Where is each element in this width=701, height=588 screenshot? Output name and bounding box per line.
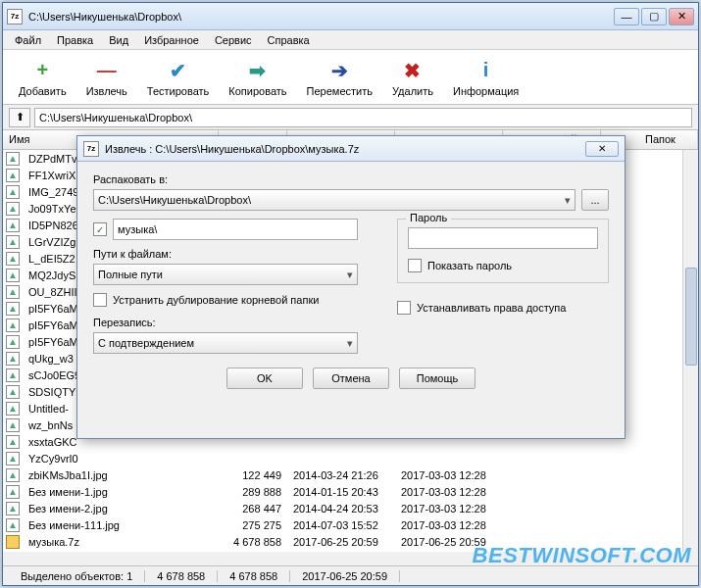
image-icon: ▲ [6,452,20,466]
file-name: Без имени-1.jpg [23,486,219,498]
menu-избранное[interactable]: Избранное [136,32,207,48]
tool-извлечь[interactable]: —Извлечь [78,56,135,99]
tool-удалить[interactable]: ✖Удалить [384,56,441,99]
minimize-button[interactable]: — [614,8,639,25]
dialog-close-button[interactable]: ✕ [585,141,619,157]
file-modified: 2014-07-03 15:52 [287,519,395,531]
file-created: 2017-03-03 12:28 [395,519,503,531]
image-icon: ▲ [6,235,20,249]
tool-icon: ➡ [245,58,271,83]
password-input[interactable] [408,227,598,249]
col-folder[interactable]: Папок [639,130,698,149]
tool-icon: i [474,58,499,83]
image-icon: ▲ [6,368,20,382]
tool-label: Добавить [19,85,67,97]
menu-вид[interactable]: Вид [101,32,136,48]
status-size2: 4 678 858 [218,570,290,582]
dedup-checkbox[interactable] [93,293,107,307]
paths-label: Пути к файлам: [93,248,358,260]
tool-icon: ✖ [400,58,426,83]
file-created: 2017-03-03 12:28 [395,503,503,514]
up-button[interactable]: ⬆ [9,108,30,127]
image-icon: ▲ [6,219,20,232]
password-label: Пароль [406,212,451,223]
menu-сервис[interactable]: Сервис [207,32,260,48]
image-icon: ▲ [6,502,20,515]
window-title: C:\Users\Никушенька\Dropbox\ [28,11,614,23]
tool-добавить[interactable]: +Добавить [11,56,75,99]
close-button[interactable]: ✕ [669,8,694,25]
tool-label: Переместить [307,85,373,97]
show-password-checkbox[interactable] [408,259,422,272]
file-row[interactable]: ▲zbiKMsJba1I.jpg122 4492014-03-24 21:262… [3,466,698,483]
menu-файл[interactable]: Файл [7,32,49,48]
image-icon: ▲ [6,418,20,432]
archive-icon [6,535,20,549]
image-icon: ▲ [6,402,20,416]
password-fieldset: Пароль Показать пароль [397,219,609,283]
tool-тестировать[interactable]: ✔Тестировать [139,56,218,99]
paths-select[interactable]: Полные пути [93,264,358,285]
menu-правка[interactable]: Правка [49,32,101,48]
set-perms-checkbox[interactable] [397,301,411,315]
image-icon: ▲ [6,269,20,282]
status-selected: Выделено объектов: 1 [9,570,145,582]
browse-button[interactable]: ... [581,189,609,211]
file-modified: 2017-06-25 20:59 [287,536,395,548]
extract-to-label: Распаковать в: [93,173,609,185]
image-icon: ▲ [6,169,20,182]
scrollbar-thumb[interactable] [685,268,697,366]
file-row[interactable]: ▲Без имени-2.jpg268 4472014-04-24 20:532… [3,500,698,516]
overwrite-value: С подтверждением [98,337,194,349]
file-size: 289 888 [219,486,287,498]
overwrite-select[interactable]: С подтверждением [93,332,358,354]
file-row[interactable]: ▲Без имени-1.jpg289 8882014-01-15 20:432… [3,483,698,500]
dialog-body: Распаковать в: C:\Users\Никушенька\Dropb… [77,162,625,401]
file-modified: 2014-04-24 20:53 [287,503,395,514]
image-icon: ▲ [6,385,20,399]
help-button[interactable]: Помощь [399,368,476,389]
tool-копировать[interactable]: ➡Копировать [221,56,294,99]
path-input[interactable] [34,108,692,127]
tool-label: Информация [453,85,519,97]
dialog-titlebar: 7z Извлечь : C:\Users\Никушенька\Dropbox… [77,136,625,162]
show-password-label: Показать пароль [427,260,512,271]
ok-button[interactable]: OK [226,368,303,389]
image-icon: ▲ [6,352,20,366]
extract-to-value: C:\Users\Никушенька\Dropbox\ [98,194,251,206]
image-icon: ▲ [6,152,20,166]
app-icon: 7z [7,9,23,24]
file-row[interactable]: ▲YzCy9vrI0 [3,450,698,466]
image-icon: ▲ [6,318,20,332]
tool-label: Копировать [228,85,286,97]
image-icon: ▲ [6,518,20,532]
subfolder-input[interactable] [113,219,358,240]
image-icon: ▲ [6,435,20,449]
status-size1: 4 678 858 [145,570,218,582]
tool-информация[interactable]: iИнформация [445,56,526,99]
file-modified: 2014-01-15 20:43 [287,486,395,498]
toolbar: +Добавить—Извлечь✔Тестировать➡Копировать… [3,50,698,105]
menu-справка[interactable]: Справка [260,32,318,48]
dialog-title: Извлечь : C:\Users\Никушенька\Dropbox\му… [105,143,359,155]
subfolder-checkbox[interactable]: ✓ [93,222,107,236]
file-name: Без имени-111.jpg [23,519,219,531]
window-controls: — ▢ ✕ [614,8,694,25]
scrollbar[interactable] [682,150,698,552]
menubar: ФайлПравкаВидИзбранноеСервисСправка [3,30,698,50]
extract-to-combo[interactable]: C:\Users\Никушенька\Dropbox\ [93,189,576,211]
watermark: BESTWINSOFT.COM [473,543,691,568]
cancel-button[interactable]: Отмена [313,368,389,389]
statusbar: Выделено объектов: 1 4 678 858 4 678 858… [3,565,698,585]
maximize-button[interactable]: ▢ [641,8,667,25]
image-icon: ▲ [6,468,20,482]
file-row[interactable]: ▲Без имени-111.jpg275 2752014-07-03 15:5… [3,516,698,533]
file-name: YzCy9vrI0 [23,453,219,465]
file-name: zbiKMsJba1I.jpg [23,469,219,481]
image-icon: ▲ [6,302,20,316]
set-perms-label: Устанавливать права доступа [417,302,566,314]
file-name: Без имени-2.jpg [23,503,219,514]
paths-value: Полные пути [98,269,163,280]
tool-icon: + [29,58,55,83]
tool-переместить[interactable]: ➔Переместить [299,56,380,99]
